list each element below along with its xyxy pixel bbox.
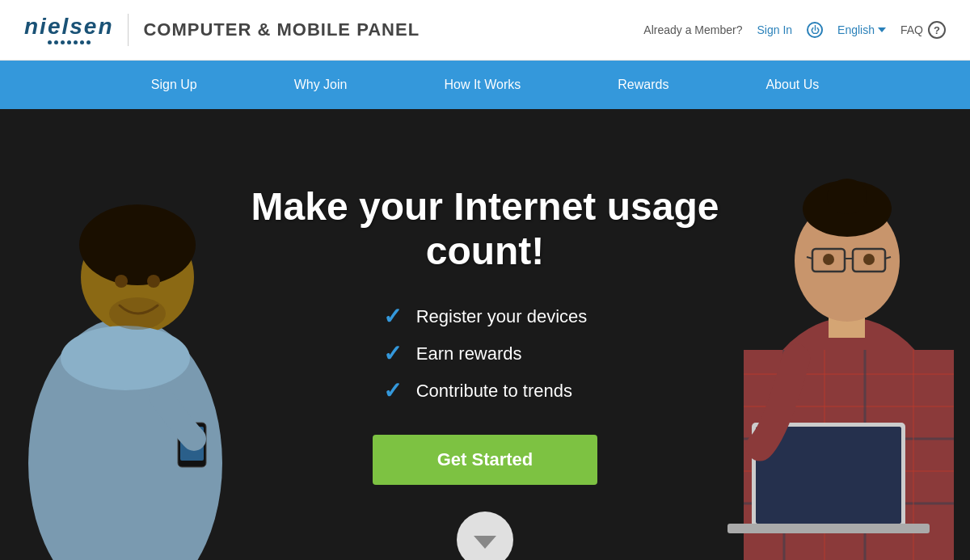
- nielsen-logo: nielsen: [24, 15, 113, 44]
- logo-divider: [128, 14, 129, 46]
- top-right: Already a Member? Sign In ⏻ English FAQ …: [643, 21, 946, 39]
- person-left-image: [0, 140, 259, 560]
- faq-link[interactable]: FAQ ?: [900, 21, 946, 39]
- feature-text-3: Contribute to trends: [416, 381, 572, 402]
- power-icon[interactable]: ⏻: [807, 22, 823, 38]
- top-bar: nielsen COMPUTER & MOBILE PANEL Already …: [0, 0, 970, 61]
- check-icon-3: ✓: [383, 380, 402, 402]
- language-label: English: [837, 23, 875, 36]
- svg-point-31: [863, 254, 875, 265]
- hero-section: Make your Internet usage count! ✓ Regist…: [0, 109, 970, 560]
- feature-text-1: Register your devices: [416, 306, 588, 327]
- check-icon-1: ✓: [383, 305, 402, 328]
- svg-point-2: [79, 204, 196, 285]
- nav-item-why-join[interactable]: Why Join: [246, 61, 396, 109]
- language-selector[interactable]: English: [837, 23, 886, 36]
- faq-label: FAQ: [900, 23, 923, 36]
- feature-list: ✓ Register your devices ✓ Earn rewards ✓…: [383, 305, 588, 402]
- chevron-down-icon: [878, 27, 886, 32]
- main-nav: Sign Up Why Join How It Works Rewards Ab…: [0, 61, 970, 109]
- hero-headline: Make your Internet usage count!: [242, 184, 728, 273]
- feature-item-1: ✓ Register your devices: [383, 305, 588, 328]
- feature-item-3: ✓ Contribute to trends: [383, 380, 588, 402]
- svg-rect-35: [728, 524, 930, 533]
- nav-item-signup[interactable]: Sign Up: [103, 61, 246, 109]
- logo-section: nielsen COMPUTER & MOBILE PANEL: [24, 14, 420, 46]
- sign-in-link[interactable]: Sign In: [757, 23, 792, 36]
- already-member-text: Already a Member?: [643, 23, 742, 36]
- svg-point-7: [115, 275, 128, 288]
- nav-items: Sign Up Why Join How It Works Rewards Ab…: [103, 61, 868, 109]
- get-started-button[interactable]: Get Started: [373, 435, 598, 485]
- scroll-chevron-icon: [474, 536, 496, 549]
- faq-circle-icon: ?: [928, 21, 946, 39]
- feature-item-2: ✓ Earn rewards: [383, 343, 588, 365]
- svg-point-4: [61, 326, 190, 390]
- nav-item-rewards[interactable]: Rewards: [569, 61, 717, 109]
- check-icon-2: ✓: [383, 343, 402, 365]
- nav-item-how-it-works[interactable]: How It Works: [395, 61, 569, 109]
- logo-dots: [48, 40, 91, 44]
- nav-item-about-us[interactable]: About Us: [717, 61, 867, 109]
- svg-point-30: [823, 254, 834, 265]
- svg-point-9: [109, 297, 166, 330]
- svg-point-8: [147, 275, 160, 288]
- logo-text: nielsen: [24, 15, 113, 38]
- svg-point-24: [827, 179, 867, 214]
- hero-content: Make your Internet usage count! ✓ Regist…: [242, 184, 728, 485]
- feature-text-2: Earn rewards: [416, 343, 522, 364]
- scroll-indicator[interactable]: [457, 512, 513, 560]
- panel-title: COMPUTER & MOBILE PANEL: [143, 19, 420, 40]
